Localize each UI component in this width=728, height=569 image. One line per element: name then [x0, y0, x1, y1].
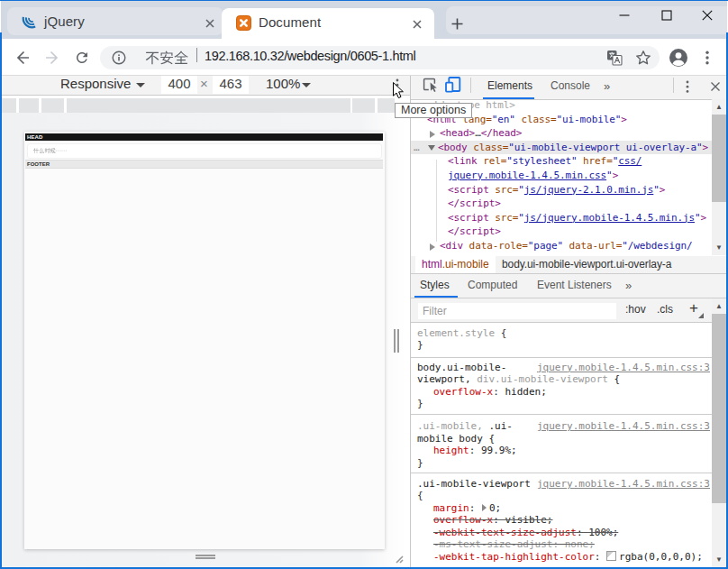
dom-tree-row[interactable]: <script src="js/jquery.mobile-1.4.5.min.…	[411, 211, 713, 225]
page-text-input[interactable]	[27, 143, 382, 159]
media-query-segment[interactable]	[19, 98, 40, 113]
styles-scrollbar[interactable]: ▲ ▼	[712, 298, 726, 567]
dom-tree-row[interactable]: </script>	[411, 197, 713, 211]
tab-jquery[interactable]: jQuery	[7, 7, 223, 35]
device-mode-select[interactable]: Responsive	[60, 76, 131, 91]
dom-row-text: </script>	[448, 225, 501, 239]
dom-tree-row[interactable]: <script src="js/jquery-2.1.0.min.js">	[411, 183, 713, 197]
page-footer-bar: FOOTER	[25, 160, 383, 169]
new-rule-corner-icon	[698, 313, 704, 318]
scroll-up-button[interactable]: ▲	[712, 298, 726, 314]
style-rule-section[interactable]: .ui-mobile-viewportjquery.mobile-1.4.5.m…	[411, 473, 713, 563]
profile-avatar-icon[interactable]	[669, 49, 687, 67]
tab-document[interactable]: Document	[222, 8, 434, 39]
bookmark-star-icon[interactable]	[635, 50, 651, 66]
style-source-link[interactable]: jquery.mobile-1.4.5.min.css:3	[537, 420, 710, 432]
styles-filter-input[interactable]: Filter	[418, 303, 616, 319]
new-tab-button[interactable]	[449, 15, 466, 32]
browser-menu-icon[interactable]	[703, 50, 712, 66]
style-rule-section[interactable]: element.style {}	[411, 323, 713, 358]
style-rule-section[interactable]: .ui-mobile, .ui-jquery.mobile-1.4.5.min.…	[411, 415, 713, 473]
media-query-segment[interactable]	[352, 98, 375, 113]
scroll-down-button[interactable]: ▼	[712, 552, 726, 567]
device-mode-dropdown-icon	[136, 83, 145, 87]
dom-row-text: <script src="js/jquery-2.1.0.min.js">	[448, 183, 665, 197]
devtools-more-tabs-icon[interactable]: »	[604, 79, 610, 93]
viewport-resize-handle-right[interactable]	[397, 329, 399, 353]
styles-pane[interactable]: element.style {}body.ui-mobile-jquery.mo…	[411, 323, 713, 567]
dom-tree-scrollbar[interactable]: ▲ ▼	[712, 99, 726, 255]
scroll-up-button[interactable]: ▲	[712, 99, 726, 115]
scrollbar-thumb[interactable]	[712, 314, 726, 503]
viewport-height-input[interactable]: 463	[213, 76, 249, 94]
viewport-resize-handle-corner[interactable]	[392, 551, 405, 564]
zoom-select[interactable]: 100%	[266, 76, 300, 91]
viewport-resize-handle-bottom[interactable]	[196, 555, 215, 556]
expand-arrow-closed-icon[interactable]	[430, 131, 435, 138]
pseudo-state-button[interactable]: :hov	[625, 303, 646, 316]
media-query-segment[interactable]	[378, 98, 396, 113]
viewport-width-input[interactable]: 400	[161, 76, 197, 94]
inspect-element-icon[interactable]	[423, 78, 438, 93]
tab-computed[interactable]: Computed	[468, 279, 517, 291]
device-mode-pane: Responsive 400 × 463 100% HEAD	[1, 76, 410, 567]
tab-title: Document	[259, 14, 321, 30]
reload-icon[interactable]	[74, 50, 90, 66]
address-bar[interactable]: 192.168.10.32/webdesign/0605-1.html	[100, 46, 660, 69]
scroll-down-button[interactable]: ▼	[712, 240, 726, 255]
media-query-segment[interactable]	[41, 98, 65, 113]
window-maximize-button[interactable]	[660, 9, 673, 22]
window-close-button[interactable]	[701, 9, 714, 22]
dom-tree-row[interactable]: <div data-role="page" data-url="/webdesi…	[411, 239, 713, 253]
media-query-bar[interactable]	[1, 96, 410, 113]
class-toggle-button[interactable]: .cls	[657, 303, 673, 316]
dom-tree-row[interactable]: <link rel="stylesheet" href="css/	[411, 154, 713, 169]
viewport-resize-handle-right[interactable]	[394, 329, 396, 353]
info-icon[interactable]	[112, 50, 126, 65]
toolbar-separator	[470, 78, 471, 93]
media-query-segment[interactable]	[67, 98, 350, 113]
filter-placeholder: Filter	[423, 305, 447, 317]
devtools-close-icon[interactable]	[709, 80, 722, 93]
devtools-menu-icon[interactable]	[684, 79, 691, 95]
new-style-rule-button[interactable]: +	[689, 299, 698, 317]
devtools-panel: Elements Console » <!doctype html><html …	[410, 76, 727, 567]
dom-tree-row[interactable]: <head>…</head>	[411, 126, 713, 141]
media-query-segment[interactable]	[2, 98, 16, 113]
breadcrumb-html[interactable]: html.ui-mobile	[415, 256, 496, 273]
device-toolbar: Responsive 400 × 463 100%	[1, 76, 410, 96]
styles-filter-row: Filter :hov .cls +	[411, 298, 728, 323]
dom-row-text: <script src="js/jquery.mobile-1.4.5.min.…	[448, 211, 706, 225]
shorthand-expander-icon[interactable]	[482, 504, 487, 511]
translate-icon[interactable]	[606, 50, 623, 66]
expand-arrow-closed-icon[interactable]	[430, 243, 435, 251]
dom-row-text: <div data-role="page" data-url="/webdesi…	[440, 239, 693, 253]
tab-close-icon[interactable]	[409, 16, 425, 32]
dom-tree-row[interactable]: jquery.mobile-1.4.5.min.css">	[411, 169, 713, 183]
url-text[interactable]: 192.168.10.32/webdesign/0605-1.html	[205, 49, 415, 63]
dom-tree-row[interactable]: </script>	[411, 225, 713, 239]
sidebar-more-tabs-icon[interactable]: »	[625, 279, 632, 292]
tab-event-listeners[interactable]: Event Listeners	[537, 279, 612, 291]
devtools-tab-elements[interactable]: Elements	[487, 79, 532, 92]
style-source-link[interactable]: jquery.mobile-1.4.5.min.css:3	[537, 478, 710, 490]
style-source-link[interactable]: jquery.mobile-1.4.5.min.css:3	[537, 362, 710, 373]
breadcrumb-body[interactable]: body.ui-mobile-viewport.ui-overlay-a	[502, 256, 671, 273]
scrollbar-thumb[interactable]	[712, 115, 726, 202]
style-rule-section[interactable]: body.ui-mobile-jquery.mobile-1.4.5.min.c…	[411, 358, 713, 416]
color-swatch[interactable]	[606, 551, 616, 561]
viewport-resize-handle-bottom[interactable]	[196, 557, 215, 559]
back-icon[interactable]	[14, 50, 31, 66]
devtools-tab-console[interactable]: Console	[551, 79, 590, 92]
device-toolbar-toggle-icon[interactable]	[445, 77, 461, 93]
page-footer-text: FOOTER	[27, 161, 50, 167]
dom-row-gutter-marker: …	[414, 141, 420, 155]
dom-tree[interactable]: <!doctype html><html lang="en" class="ui…	[411, 98, 713, 255]
dom-tree-row[interactable]: …<body class="ui-mobile-viewport ui-over…	[411, 141, 713, 155]
tab-styles[interactable]: Styles	[420, 279, 450, 291]
expand-arrow-open-icon[interactable]	[428, 145, 435, 151]
emulated-viewport[interactable]: HEAD FOOTER	[24, 132, 385, 549]
window-minimize-button[interactable]	[618, 9, 631, 22]
forward-icon[interactable]	[44, 50, 60, 66]
tab-close-icon[interactable]	[202, 15, 218, 32]
